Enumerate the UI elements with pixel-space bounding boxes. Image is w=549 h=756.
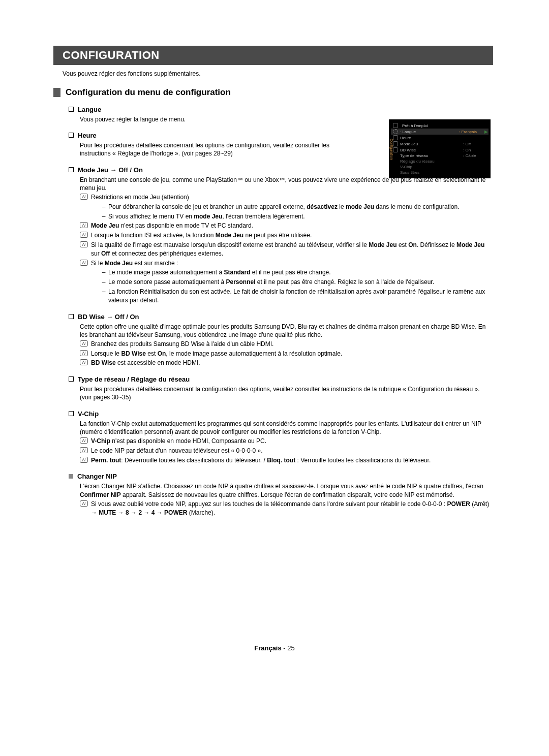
subtitle-marker (53, 88, 60, 97)
note-text: Le code NIP par défaut d'un nouveau télé… (91, 447, 263, 455)
note-icon: N (80, 222, 88, 228)
bullet-icon (69, 133, 74, 138)
note-text: V-Chip n'est pas disponible en mode HDMI… (91, 437, 266, 446)
osd-langue-label: · Langue (400, 130, 459, 134)
osd-modejeu-val: : Off (463, 142, 489, 146)
heading-bdwise: BD Wise → Off / On (78, 313, 139, 321)
note-icon: N (80, 194, 88, 200)
dash-text: Le mode image passe automatiquement à St… (108, 268, 331, 277)
osd-vchip: V-Chip (400, 165, 489, 169)
heading-vchip: V-Chip (78, 410, 99, 418)
bullet-icon (69, 376, 74, 382)
note-icon: N (80, 500, 88, 507)
bdwise-body: Cette option offre une qualité d'image o… (80, 323, 493, 339)
osd-icon (393, 135, 398, 140)
note-text: Lorsque la fonction ISI est activée, la … (91, 231, 312, 240)
langue-body: Vous pouvez régler la langue de menu. (80, 115, 339, 123)
note-text: BD Wise est accessible en mode HDMI. (91, 359, 200, 367)
osd-typereseau-val: : Câble (463, 153, 489, 158)
note-icon: N (80, 241, 88, 247)
page-footer: Français - 25 (0, 644, 549, 652)
osd-modejeu-label: Mode Jeu (400, 142, 463, 146)
note-text: Si vous avez oublié votre code NIP, appu… (91, 500, 493, 517)
note-text: Branchez des produits Samsung BD Wise à … (91, 340, 273, 349)
dash-text: Pour débrancher la console de jeu et bra… (108, 203, 459, 211)
note-text: Mode Jeu n'est pas disponible en mode TV… (91, 222, 253, 230)
note-icon: N (80, 359, 88, 365)
solid-bullet-icon (69, 474, 73, 479)
heading-heure: Heure (78, 132, 97, 139)
note-text: Si le Mode Jeu est sur marche : (91, 259, 178, 268)
note-icon: N (80, 340, 88, 346)
osd-langue-val: : Français (459, 130, 484, 134)
osd-heure: Heure (400, 136, 489, 140)
osd-soustitres: Sous-titres (400, 170, 489, 175)
dash-text: Si vous affichez le menu TV en mode Jeu,… (108, 212, 305, 221)
osd-reglage: Réglage du réseau (400, 159, 489, 164)
arrow-right-icon: ▶ (484, 130, 489, 134)
osd-typereseau-label: Type de réseau (400, 153, 463, 158)
note-icon: N (80, 350, 88, 356)
heading-modejeu: Mode Jeu → Off / On (78, 166, 143, 174)
vchip-body: La fonction V-Chip exclut automatiquemen… (80, 420, 493, 436)
heading-langue: Langue (78, 106, 101, 113)
note-icon: N (80, 457, 88, 463)
bullet-icon (69, 167, 74, 172)
note-icon: N (80, 437, 88, 444)
bullet-icon (69, 107, 74, 112)
osd-screenshot: Configuration Prêt à l'emploi · Langue: … (389, 119, 491, 178)
osd-icon (393, 141, 398, 146)
note-icon: N (80, 447, 88, 453)
heading-reseau: Type de réseau / Réglage du réseau (78, 375, 190, 383)
osd-top: Prêt à l'emploi (400, 123, 428, 128)
bullet-icon (69, 314, 74, 319)
note-text: Si la qualité de l'image est mauvaise lo… (91, 241, 493, 258)
page-title: CONFIGURATION (53, 46, 493, 65)
subtitle: Configuration du menu de configuration (66, 87, 231, 98)
dash-text: Le mode sonore passe automatiquement à P… (108, 278, 434, 287)
bullet-icon (69, 411, 74, 416)
note-icon: N (80, 232, 88, 238)
note-text: Lorsque le BD Wise est On, le mode image… (91, 350, 342, 358)
note-icon: N (80, 260, 88, 266)
heure-body: Pour les procédures détaillées concernan… (80, 141, 339, 158)
osd-icon (393, 147, 398, 152)
osd-bdwise-label: BD Wise (400, 148, 463, 152)
reseau-body: Pour les procédures détaillées concernan… (80, 385, 493, 401)
gear-icon (393, 129, 398, 134)
heading-changernip: Changer NIP (77, 472, 117, 480)
intro-text: Vous pouvez régler des fonctions supplém… (63, 70, 493, 77)
note-text: Restrictions en mode Jeu (attention) (91, 193, 189, 202)
changernip-body: L'écran Changer NIP s'affiche. Choisisse… (80, 482, 493, 498)
osd-bdwise-val: : On (463, 148, 489, 152)
note-text: Perm. tout: Déverrouille toutes les clas… (91, 456, 431, 465)
osd-icon (393, 123, 398, 128)
osd-sidebar-label: Configuration (390, 139, 393, 160)
dash-text: La fonction Réinitialisation du son est … (108, 288, 493, 305)
